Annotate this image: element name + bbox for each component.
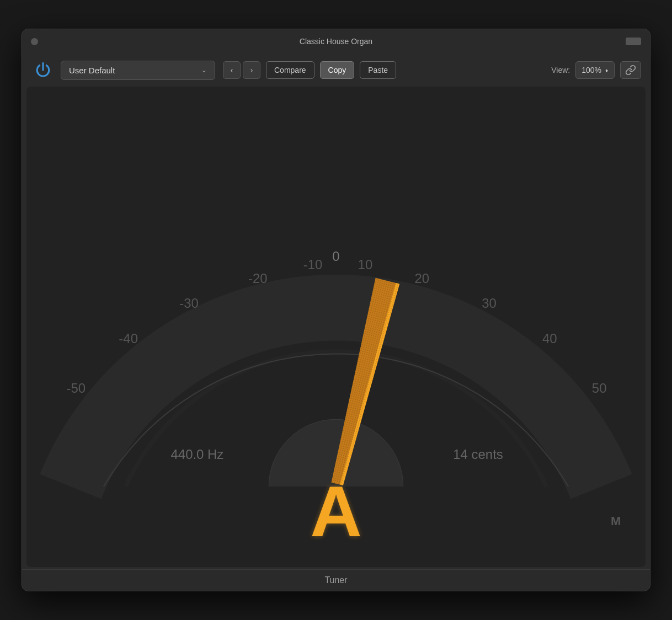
power-icon xyxy=(33,60,53,80)
window-title: Classic House Organ xyxy=(300,37,372,46)
nav-buttons: ‹ › xyxy=(223,61,260,79)
view-label: View: xyxy=(551,66,570,74)
scale-plus50: 50 xyxy=(592,381,607,395)
scale-minus50: -50 xyxy=(67,381,86,395)
scale-minus20: -20 xyxy=(248,271,268,286)
scale-minus40: -40 xyxy=(119,331,138,346)
close-button[interactable] xyxy=(31,38,38,45)
view-controls: View: 100% ⬧ xyxy=(551,61,641,79)
copy-button[interactable]: Copy xyxy=(320,61,355,79)
link-button[interactable] xyxy=(620,61,641,79)
next-button[interactable]: › xyxy=(243,61,260,79)
cents-text: 14 cents xyxy=(453,447,503,462)
frequency-text: 440.0 Hz xyxy=(171,447,224,462)
prev-button[interactable]: ‹ xyxy=(223,61,241,79)
scale-plus10: 10 xyxy=(358,257,373,272)
footer-bar: Tuner xyxy=(22,569,650,591)
scale-plus30: 30 xyxy=(482,296,497,311)
toolbar: User Default ⌄ ‹ › Compare Copy Paste Vi… xyxy=(22,54,650,87)
chevron-down-icon: ⌄ xyxy=(201,66,207,74)
scale-plus20: 20 xyxy=(414,271,429,286)
scale-minus30: -30 xyxy=(179,296,199,311)
view-percent-selector[interactable]: 100% ⬧ xyxy=(575,61,615,79)
preset-dropdown[interactable]: User Default ⌄ xyxy=(61,61,215,80)
svg-text:A: A xyxy=(310,472,362,551)
compare-button[interactable]: Compare xyxy=(266,61,314,79)
tuner-display-svg: -50 -40 -30 -20 -10 0 10 20 30 40 50 xyxy=(26,87,646,567)
power-button[interactable] xyxy=(31,58,55,82)
scale-minus10: -10 xyxy=(303,257,323,272)
m-badge: M xyxy=(611,514,621,528)
tuner-body: -50 -40 -30 -20 -10 0 10 20 30 40 50 xyxy=(26,87,646,567)
title-bar: Classic House Organ xyxy=(22,29,650,54)
window-controls xyxy=(31,38,38,45)
link-icon xyxy=(625,65,636,76)
scale-zero: 0 xyxy=(332,249,339,264)
plugin-window: Classic House Organ User Default ⌄ ‹ › C… xyxy=(22,29,650,591)
stepper-icon: ⬧ xyxy=(605,66,609,74)
footer-label: Tuner xyxy=(324,575,347,585)
minimize-button[interactable] xyxy=(626,38,641,45)
preset-label: User Default xyxy=(69,66,115,75)
scale-plus40: 40 xyxy=(542,331,557,346)
view-percent-value: 100% xyxy=(582,66,601,74)
paste-button[interactable]: Paste xyxy=(360,61,396,79)
